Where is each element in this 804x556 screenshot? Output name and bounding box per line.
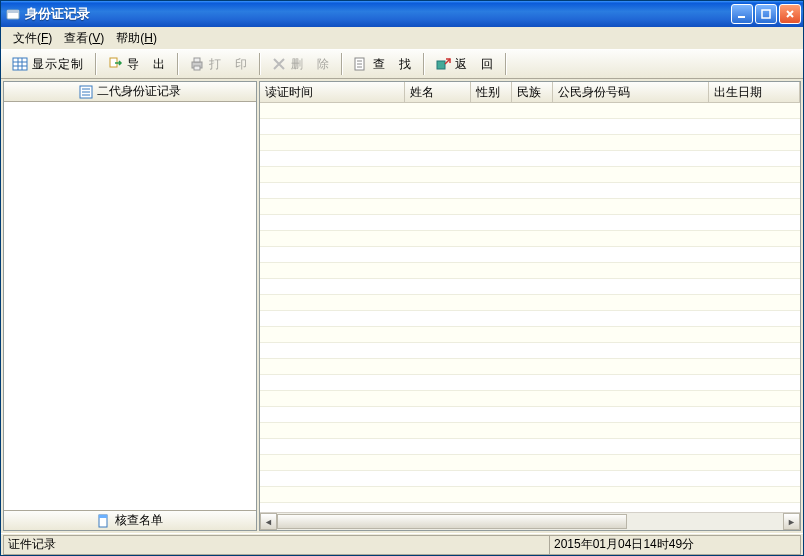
- menu-file[interactable]: 文件(F): [7, 28, 58, 49]
- svg-rect-17: [437, 61, 445, 69]
- grid-body[interactable]: [260, 103, 800, 512]
- table-row[interactable]: [260, 151, 800, 167]
- find-label: 查 找: [373, 56, 412, 73]
- table-row[interactable]: [260, 407, 800, 423]
- menu-view[interactable]: 查看(V): [58, 28, 110, 49]
- table-row[interactable]: [260, 487, 800, 503]
- export-icon: [107, 56, 123, 72]
- table-row[interactable]: [260, 359, 800, 375]
- document-icon: [97, 514, 111, 528]
- table-row[interactable]: [260, 247, 800, 263]
- print-label: 打 印: [209, 56, 248, 73]
- scroll-right-button[interactable]: ►: [783, 513, 800, 530]
- table-row[interactable]: [260, 199, 800, 215]
- status-left: 证件记录: [3, 535, 549, 555]
- table-row[interactable]: [260, 327, 800, 343]
- table-row[interactable]: [260, 311, 800, 327]
- svg-rect-3: [762, 10, 770, 18]
- app-window: 身份证记录 文件(F) 查看(V) 帮助(H) 显示定制: [0, 0, 804, 556]
- table-row[interactable]: [260, 231, 800, 247]
- app-icon: [5, 6, 21, 22]
- delete-icon: [271, 56, 287, 72]
- status-bar: 证件记录 2015年01月04日14时49分: [1, 533, 803, 555]
- display-custom-label: 显示定制: [32, 56, 84, 73]
- sidebar-header[interactable]: 二代身份证记录: [4, 82, 256, 102]
- sidebar: 二代身份证记录 核查名单: [3, 81, 257, 531]
- data-grid: 读证时间 姓名 性别 民族 公民身份号码 出生日期 ◄ ►: [259, 81, 801, 531]
- toolbar-separator: [259, 53, 260, 75]
- col-read-time[interactable]: 读证时间: [260, 82, 405, 102]
- export-label: 导 出: [127, 56, 166, 73]
- table-row[interactable]: [260, 423, 800, 439]
- print-button[interactable]: 打 印: [182, 52, 255, 76]
- scroll-left-button[interactable]: ◄: [260, 513, 277, 530]
- table-row[interactable]: [260, 263, 800, 279]
- title-bar[interactable]: 身份证记录: [1, 1, 803, 27]
- col-id-number[interactable]: 公民身份号码: [553, 82, 709, 102]
- toolbar-separator: [505, 53, 506, 75]
- table-row[interactable]: [260, 375, 800, 391]
- list-icon: [79, 85, 93, 99]
- delete-button[interactable]: 删 除: [264, 52, 337, 76]
- content-area: 二代身份证记录 核查名单 读证时间 姓名 性别 民族 公民身份号码 出生日期: [1, 79, 803, 533]
- toolbar-separator: [95, 53, 96, 75]
- col-gender[interactable]: 性别: [471, 82, 512, 102]
- table-row[interactable]: [260, 439, 800, 455]
- table-row[interactable]: [260, 503, 800, 512]
- svg-rect-23: [99, 515, 107, 518]
- svg-rect-11: [194, 58, 200, 62]
- delete-label: 删 除: [291, 56, 330, 73]
- close-button[interactable]: [779, 4, 801, 24]
- table-row[interactable]: [260, 391, 800, 407]
- window-title: 身份证记录: [25, 5, 731, 23]
- display-custom-button[interactable]: 显示定制: [5, 52, 91, 76]
- menu-bar: 文件(F) 查看(V) 帮助(H): [1, 27, 803, 49]
- table-row[interactable]: [260, 215, 800, 231]
- find-icon: [353, 56, 369, 72]
- grid-header: 读证时间 姓名 性别 民族 公民身份号码 出生日期: [260, 82, 800, 103]
- toolbar-separator: [177, 53, 178, 75]
- svg-rect-12: [194, 66, 200, 70]
- minimize-button[interactable]: [731, 4, 753, 24]
- horizontal-scrollbar[interactable]: ◄ ►: [260, 512, 800, 530]
- table-row[interactable]: [260, 103, 800, 119]
- svg-rect-4: [13, 58, 27, 70]
- sidebar-footer-label: 核查名单: [115, 512, 163, 529]
- menu-help[interactable]: 帮助(H): [110, 28, 163, 49]
- col-birth[interactable]: 出生日期: [709, 82, 800, 102]
- col-name[interactable]: 姓名: [405, 82, 471, 102]
- toolbar: 显示定制 导 出 打 印 删 除 查 找: [1, 49, 803, 79]
- table-row[interactable]: [260, 135, 800, 151]
- col-nation[interactable]: 民族: [512, 82, 553, 102]
- table-icon: [12, 56, 28, 72]
- table-row[interactable]: [260, 279, 800, 295]
- return-icon: [435, 56, 451, 72]
- toolbar-separator: [423, 53, 424, 75]
- find-button[interactable]: 查 找: [346, 52, 419, 76]
- return-button[interactable]: 返 回: [428, 52, 501, 76]
- scroll-thumb[interactable]: [277, 514, 627, 529]
- svg-rect-1: [7, 10, 19, 13]
- scroll-track[interactable]: [277, 513, 783, 530]
- table-row[interactable]: [260, 455, 800, 471]
- export-button[interactable]: 导 出: [100, 52, 173, 76]
- table-row[interactable]: [260, 343, 800, 359]
- maximize-button[interactable]: [755, 4, 777, 24]
- table-row[interactable]: [260, 119, 800, 135]
- table-row[interactable]: [260, 167, 800, 183]
- sidebar-footer[interactable]: 核查名单: [4, 510, 256, 530]
- print-icon: [189, 56, 205, 72]
- toolbar-separator: [341, 53, 342, 75]
- table-row[interactable]: [260, 471, 800, 487]
- table-row[interactable]: [260, 183, 800, 199]
- status-right: 2015年01月04日14时49分: [549, 535, 801, 555]
- sidebar-body[interactable]: [4, 102, 256, 510]
- table-row[interactable]: [260, 295, 800, 311]
- svg-rect-2: [738, 16, 745, 18]
- sidebar-header-label: 二代身份证记录: [97, 83, 181, 100]
- return-label: 返 回: [455, 56, 494, 73]
